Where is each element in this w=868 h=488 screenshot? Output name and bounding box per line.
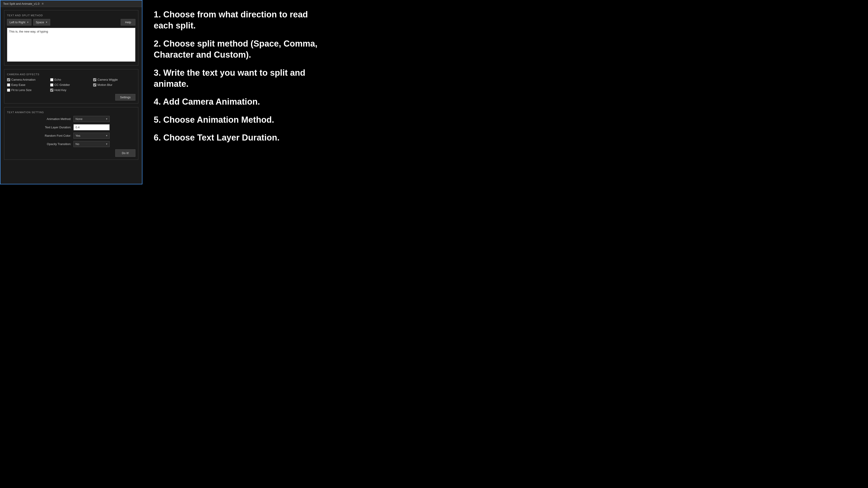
help-button[interactable]: Help (121, 19, 135, 26)
text-layer-duration-input[interactable] (73, 124, 110, 130)
opacity-transition-select[interactable]: No Yes (73, 141, 110, 147)
easy-ease-label: Easy Ease (11, 83, 25, 87)
animation-method-select-wrapper: None Fade Slide ▼ (73, 116, 110, 122)
easy-ease-checkbox[interactable] (7, 84, 10, 87)
text-input[interactable]: This is, the new way, of typing (7, 28, 135, 62)
random-font-color-select-wrapper: Yes No ▼ (73, 133, 110, 139)
title-bar: Text Split and Animate_v1.0 ≡ (0, 0, 142, 7)
fit-to-lens-label: Fit to Lens Size (11, 88, 32, 92)
camera-section: CAMERA AND EFFECTS Camera Animation Echo… (4, 69, 138, 103)
do-it-button[interactable]: Do It! (115, 149, 135, 157)
checkbox-camera-wiggle: Camera Wiggle (93, 78, 135, 81)
settings-button[interactable]: Settings (115, 94, 135, 101)
left-panel: Text Split and Animate_v1.0 ≡ TEXT AND S… (0, 0, 143, 184)
cc-griddler-checkbox[interactable] (50, 84, 53, 87)
help-item-5: 5. Choose Animation Method. (154, 114, 318, 125)
right-panel: 1. Choose from what direction to read ea… (143, 0, 329, 184)
opacity-transition-label: Opacity Transition: (33, 142, 71, 146)
checkbox-easy-ease: Easy Ease (7, 83, 49, 87)
random-font-color-select[interactable]: Yes No (73, 133, 110, 139)
checkbox-camera-animation: Camera Animation (7, 78, 49, 81)
text-split-section: TEXT AND SPLIT METHOD Left to Right ▼ Sp… (4, 10, 138, 66)
animation-header: TEXT ANIMATION SETTING (7, 111, 135, 113)
split-arrow: ▼ (45, 21, 48, 24)
motion-blur-checkbox[interactable] (93, 84, 96, 87)
direction-arrow: ▼ (27, 21, 29, 24)
do-it-row: Do It! (7, 149, 135, 157)
checkbox-echo: Echo (50, 78, 92, 81)
fit-to-lens-checkbox[interactable] (7, 89, 10, 92)
hold-key-label: Hold Key (55, 88, 66, 92)
help-item-4: 4. Add Camera Animation. (154, 96, 318, 107)
checkbox-cc-griddler: CC Griddler (50, 83, 92, 87)
split-dropdown[interactable]: Space ▼ (33, 19, 50, 26)
opacity-transition-select-wrapper: No Yes ▼ (73, 141, 110, 147)
cc-griddler-label: CC Griddler (55, 83, 70, 87)
direction-label: Left to Right (9, 21, 25, 24)
camera-animation-checkbox[interactable] (7, 78, 10, 81)
random-font-color-row: Random Font Color: Yes No ▼ (7, 133, 135, 139)
animation-method-label: Animation Method: (33, 117, 71, 121)
opacity-transition-row: Opacity Transition: No Yes ▼ (7, 141, 135, 147)
random-font-color-label: Random Font Color: (33, 134, 71, 137)
animation-method-row: Animation Method: None Fade Slide ▼ (7, 116, 135, 122)
animation-section: TEXT ANIMATION SETTING Animation Method:… (4, 107, 138, 160)
animation-method-select[interactable]: None Fade Slide (73, 116, 110, 122)
split-label: Space (36, 21, 44, 24)
panel-content: TEXT AND SPLIT METHOD Left to Right ▼ Sp… (0, 7, 142, 184)
camera-wiggle-checkbox[interactable] (93, 78, 96, 81)
direction-dropdown[interactable]: Left to Right ▼ (7, 19, 31, 26)
help-item-1: 1. Choose from what direction to read ea… (154, 9, 318, 31)
checkbox-hold-key: Hold Key (50, 88, 92, 92)
help-item-3: 3. Write the text you want to split and … (154, 67, 318, 90)
menu-icon[interactable]: ≡ (41, 2, 43, 5)
help-item-6: 6. Choose Text Layer Duration. (154, 132, 318, 143)
settings-row: Settings (7, 94, 135, 101)
motion-blur-label: Motion Blur (97, 83, 112, 87)
camera-animation-label: Camera Animation (11, 78, 35, 81)
hold-key-checkbox[interactable] (50, 89, 53, 92)
checkbox-motion-blur: Motion Blur (93, 83, 135, 87)
checkboxes-grid: Camera Animation Echo Camera Wiggle Easy… (7, 78, 135, 92)
top-controls: Left to Right ▼ Space ▼ Help (7, 19, 135, 26)
help-item-2: 2. Choose split method (Space, Comma, Ch… (154, 38, 318, 61)
empty-cell (93, 88, 135, 92)
panel-title: Text Split and Animate_v1.0 (3, 2, 39, 5)
camera-wiggle-label: Camera Wiggle (97, 78, 118, 81)
checkbox-fit-to-lens: Fit to Lens Size (7, 88, 49, 92)
echo-checkbox[interactable] (50, 78, 53, 81)
echo-label: Echo (55, 78, 61, 81)
text-layer-duration-label: Text Layer Duration: (33, 126, 71, 129)
camera-header: CAMERA AND EFFECTS (7, 73, 135, 76)
text-split-header: TEXT AND SPLIT METHOD (7, 14, 135, 17)
text-layer-duration-row: Text Layer Duration: (7, 124, 135, 130)
